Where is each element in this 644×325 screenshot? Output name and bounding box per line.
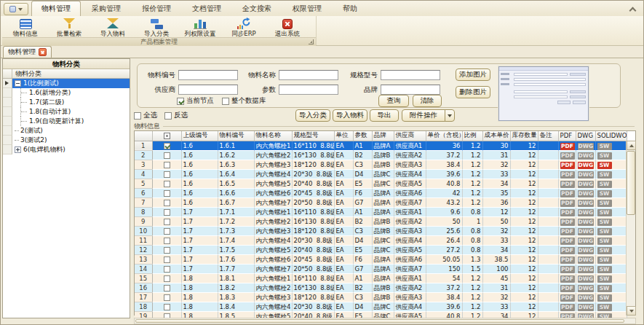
toolbar-sync-erp-button[interactable]: 同步ERP <box>222 17 266 37</box>
document-tab-material[interactable]: 物料管理 <box>3 46 52 58</box>
tab-doc-mgmt[interactable]: 文档管理 <box>182 1 231 16</box>
dwg-badge[interactable]: DWG <box>578 219 595 226</box>
tree-item-1-6[interactable]: 1.6(新增分类) <box>3 88 130 98</box>
export-button[interactable]: 导出 <box>370 109 399 122</box>
toolbar-exit-button[interactable]: 退出系统 <box>266 17 309 37</box>
dwg-badge[interactable]: DWG <box>578 238 595 245</box>
sw-badge[interactable]: SW <box>597 266 612 273</box>
dwg-badge[interactable]: DWG <box>578 275 595 283</box>
grid-row-12[interactable]: 121.71.7.5内六角螺栓520*40 8.8级EAE5品牌C供应商A527… <box>135 245 627 254</box>
tree-item-1-9[interactable]: 1.9(自动更新计算) <box>3 117 130 126</box>
pdf-badge[interactable]: PDF <box>560 171 575 179</box>
vertical-scroll-thumb[interactable] <box>627 151 635 215</box>
row-checkbox[interactable] <box>164 228 170 235</box>
tree-item-1-8[interactable]: 1.8(自动计算) <box>3 107 130 117</box>
dwg-badge[interactable]: DWG <box>578 294 595 302</box>
app-menu-button[interactable] <box>4 3 28 15</box>
col-header-material_name[interactable]: 物料名称 <box>254 131 292 141</box>
import-category-button[interactable]: 导入分类 <box>295 109 330 122</box>
grid-row-5[interactable]: 51.61.6.5内六角螺栓520*40 8.8级EAE5品牌C供应商A540.… <box>135 179 627 188</box>
sw-badge[interactable]: SW <box>597 143 612 150</box>
sw-badge[interactable]: SW <box>597 294 612 302</box>
pdf-badge[interactable]: PDF <box>560 200 575 207</box>
scroll-up-icon[interactable] <box>627 141 636 150</box>
col-header-pdf[interactable]: PDF <box>558 131 576 141</box>
row-checkbox[interactable] <box>164 247 170 254</box>
dialog-launcher-icon[interactable] <box>309 39 314 44</box>
grid-row-7[interactable]: 71.61.6.7内六角螺栓720*50 8.8级EAG7品牌A供应商A743.… <box>135 197 627 207</box>
grid-row-8[interactable]: 81.71.7.1内六角螺栓116*110 8.8级EAA1品牌A供应商A19.… <box>135 207 627 216</box>
pdf-badge[interactable]: PDF <box>560 247 575 254</box>
grid-row-9[interactable]: 91.71.7.2内六角螺栓216*130 8.8级EAB2品牌B供应商A250… <box>135 216 627 226</box>
grid-row-6[interactable]: 61.61.6.6内六角螺栓620*45 8.8级EAF6品牌A供应商A6421… <box>135 188 627 197</box>
tree-item-3[interactable]: 3(测试2) <box>3 136 130 145</box>
row-checkbox[interactable] <box>164 238 170 244</box>
material-name-input[interactable] <box>279 70 338 80</box>
row-checkbox[interactable] <box>164 190 170 197</box>
dwg-badge[interactable]: DWG <box>578 181 595 188</box>
sw-badge[interactable]: SW <box>597 200 612 207</box>
pdf-badge[interactable]: PDF <box>560 304 575 311</box>
dwg-badge[interactable]: DWG <box>578 143 595 150</box>
grid-row-17[interactable]: 171.81.8.3内六角螺栓318*120 8.8级EAC3品牌B供应商A33… <box>135 292 627 302</box>
sw-badge[interactable]: SW <box>597 209 612 216</box>
pdf-badge[interactable]: PDF <box>560 152 575 160</box>
dwg-badge[interactable]: DWG <box>578 228 595 235</box>
sw-badge[interactable]: SW <box>597 228 612 235</box>
grid-row-13[interactable]: 131.71.7.6内六角螺栓620*45 8.8级EAF6品牌A供应商A650… <box>135 254 627 264</box>
row-checkbox[interactable] <box>164 152 170 159</box>
sw-badge[interactable]: SW <box>597 275 612 283</box>
tree-item-6[interactable]: 6(电焊机物料) <box>3 145 130 154</box>
clear-button[interactable]: 清除 <box>413 95 442 107</box>
col-header-param[interactable]: 参数 <box>353 131 372 141</box>
col-header-ratio[interactable]: 比例 <box>462 131 482 141</box>
col-header-sw[interactable]: SOLIDWORKS <box>595 131 627 141</box>
pdf-badge[interactable]: PDF <box>560 209 575 216</box>
tab-fulltext-search[interactable]: 全文搜索 <box>232 1 282 16</box>
dwg-badge[interactable]: DWG <box>578 152 595 160</box>
row-checkbox[interactable] <box>164 171 170 178</box>
attachment-ops-button[interactable]: 附件操作 <box>402 109 445 122</box>
sw-badge[interactable]: SW <box>597 219 612 226</box>
dwg-badge[interactable]: DWG <box>578 304 595 311</box>
add-image-button[interactable]: 添加图片 <box>456 68 490 81</box>
delete-image-button[interactable]: 删除图片 <box>456 86 490 98</box>
pdf-badge[interactable]: PDF <box>560 266 575 273</box>
row-checkbox[interactable] <box>164 285 170 291</box>
sw-badge[interactable]: SW <box>597 304 612 311</box>
horizontal-scroll-thumb[interactable] <box>135 319 624 323</box>
vertical-scrollbar[interactable] <box>626 141 635 316</box>
tree-column-header[interactable]: 物料分类 <box>3 69 130 79</box>
sw-badge[interactable]: SW <box>597 247 612 254</box>
horizontal-scrollbar[interactable] <box>134 318 636 324</box>
ribbon-collapse-icon[interactable] <box>629 6 637 13</box>
tab-permission-mgmt[interactable]: 权限管理 <box>282 1 332 16</box>
col-header-spec[interactable]: 规格型号 <box>292 131 334 141</box>
row-checkbox[interactable] <box>164 294 170 301</box>
spec-model-input[interactable] <box>381 70 440 80</box>
invert-select-checkbox[interactable]: 反选 <box>164 111 188 120</box>
col-header-dwg[interactable]: DWG <box>576 131 595 141</box>
col-header-cost[interactable]: 成本单价 <box>482 131 510 141</box>
import-material-button[interactable]: 导入物料 <box>333 109 367 122</box>
grid-row-14[interactable]: 141.71.7.7内六角螺栓720*50 8.8级EAG7品牌A供应商A715… <box>135 264 627 273</box>
sw-badge[interactable]: SW <box>597 285 612 292</box>
attachment-dropdown-button[interactable] <box>445 109 455 122</box>
row-checkbox[interactable] <box>164 275 170 282</box>
grid-row-4[interactable]: 41.61.6.4内六角螺栓420*30 8.8级EAD4品牌C供应商A439.… <box>135 169 627 179</box>
grid-row-3[interactable]: 31.61.6.3内六角螺栓318*120 8.8级EAC3品牌B供应商A338… <box>135 160 627 169</box>
tab-quote-mgmt[interactable]: 报价管理 <box>132 1 181 16</box>
row-checkbox[interactable] <box>164 304 170 310</box>
brand-input[interactable] <box>381 85 440 95</box>
toolbar-column-permission-button[interactable]: 列权限设置 <box>178 17 222 37</box>
grid-row-2[interactable]: 21.61.6.2内六角螺栓216*130 8.8级EAB2品牌B供应商A237… <box>135 150 627 160</box>
sw-badge[interactable]: SW <box>597 257 612 264</box>
tree-item-1-7[interactable]: 1.7(第二级) <box>3 98 130 107</box>
row-checkbox[interactable] <box>164 209 170 216</box>
query-button[interactable]: 查询 <box>378 95 409 107</box>
pdf-badge[interactable]: PDF <box>560 285 575 292</box>
pdf-badge[interactable]: PDF <box>560 275 575 283</box>
sw-badge[interactable]: SW <box>597 238 612 245</box>
dwg-badge[interactable]: DWG <box>578 257 595 264</box>
dwg-badge[interactable]: DWG <box>578 247 595 254</box>
